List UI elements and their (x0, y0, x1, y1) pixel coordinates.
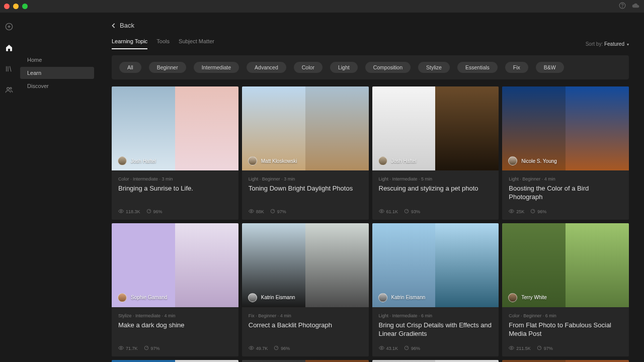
library-nav-button[interactable] (4, 64, 14, 74)
sidebar-item-learn[interactable]: Learn (20, 67, 94, 79)
tab-subject-matter[interactable]: Subject Matter (179, 38, 214, 49)
card-meta: Color · Intermediate · 3 min (118, 176, 232, 182)
card-meta: Light · Intermediate · 6 min (379, 313, 493, 318)
author-row: Matt Kloskowski (248, 156, 297, 165)
filter-chip-stylize[interactable]: Stylize (418, 62, 450, 73)
views-stat: 25K (509, 209, 524, 214)
author-row: Terry White (508, 293, 547, 302)
tutorial-card[interactable]: Katrin EismannFix · Beginner · 4 minCorr… (242, 223, 369, 356)
card-meta: Stylize · Intermediate · 4 min (118, 313, 232, 318)
people-nav-button[interactable] (4, 85, 14, 95)
titlebar (0, 0, 644, 13)
author-name: Katrin Eismann (261, 295, 295, 300)
category-tabs: Learning Topic Tools Subject Matter (112, 38, 214, 49)
svg-point-4 (10, 87, 11, 89)
filter-chip-beginner[interactable]: Beginner (149, 62, 186, 73)
eye-icon (509, 346, 514, 351)
cloud-sync-icon[interactable] (632, 2, 640, 11)
views-stat: 49.7K (249, 346, 268, 351)
eye-icon (249, 346, 254, 351)
eye-icon (509, 209, 514, 214)
card-meta: Color · Beginner · 6 min (509, 313, 622, 318)
filter-chips-bar: AllBeginnerIntermediateAdvancedColorLigh… (112, 55, 629, 79)
author-name: Sophie Gamand (131, 295, 167, 300)
tab-tools[interactable]: Tools (156, 38, 170, 49)
views-stat: 211.5K (509, 346, 531, 351)
tutorial-card[interactable] (242, 360, 369, 362)
filter-chip-b-w[interactable]: B&W (536, 62, 564, 73)
avatar (378, 293, 387, 302)
card-thumbnail: Sophie Gamand (112, 223, 238, 307)
card-meta: Light · Beginner · 4 min (509, 176, 622, 182)
card-thumbnail (372, 360, 499, 362)
tutorial-card[interactable]: Sophie GamandStylize · Intermediate · 4 … (112, 223, 238, 356)
filter-chip-fix[interactable]: Fix (505, 62, 528, 73)
close-window-button[interactable] (4, 4, 10, 9)
author-name: Matt Kloskowski (261, 158, 297, 164)
card-title: Correct a Backlit Photograph (249, 321, 362, 330)
approval-stat: 97% (144, 345, 160, 351)
avatar (248, 293, 257, 302)
author-name: Nicole S. Young (521, 158, 557, 164)
tutorial-card[interactable]: Matt KloskowskiLight · Beginner · 3 minT… (242, 86, 369, 220)
sort-selector[interactable]: Sort by: Featured ▾ (586, 41, 629, 47)
toolrail (0, 13, 18, 362)
back-button[interactable]: Back (112, 22, 629, 29)
filter-chip-advanced[interactable]: Advanced (247, 62, 286, 73)
avatar (118, 293, 127, 302)
filter-chip-composition[interactable]: Composition (365, 62, 411, 73)
avatar (508, 156, 517, 165)
card-title: Bring out Crisp Details with Effects and… (379, 321, 493, 338)
minimize-window-button[interactable] (13, 4, 19, 9)
tab-learning-topic[interactable]: Learning Topic (112, 38, 147, 49)
card-title: Rescuing and stylizing a pet photo (379, 185, 493, 193)
gauge-icon (537, 345, 542, 351)
main-content: Back Learning Topic Tools Subject Matter… (97, 13, 644, 362)
tutorial-card[interactable]: Terry WhiteColor · Beginner · 6 minFrom … (502, 223, 629, 356)
home-nav-button[interactable] (4, 43, 14, 53)
author-name: Katrin Eismann (391, 295, 426, 300)
sidebar-item-home[interactable]: Home (20, 54, 94, 66)
filter-chip-color[interactable]: Color (294, 62, 323, 73)
filter-chip-essentials[interactable]: Essentials (457, 62, 498, 73)
svg-point-1 (622, 7, 623, 7)
sort-prefix: Sort by: (586, 41, 603, 47)
card-thumbnail: Josh Haftel (372, 86, 499, 170)
sidebar-item-discover[interactable]: Discover (20, 80, 94, 92)
add-photos-button[interactable] (4, 22, 14, 32)
filter-chip-intermediate[interactable]: Intermediate (194, 62, 239, 73)
tutorial-card[interactable]: Nicole S. YoungLight · Beginner · 4 minB… (502, 86, 629, 220)
tutorial-card[interactable] (502, 360, 629, 362)
filter-chip-all[interactable]: All (119, 62, 141, 73)
svg-point-9 (381, 210, 382, 212)
help-icon[interactable] (619, 2, 626, 11)
card-thumbnail (112, 360, 238, 362)
card-thumbnail: Katrin Eismann (242, 223, 369, 307)
card-title: Bringing a Sunrise to Life. (118, 185, 232, 193)
svg-point-11 (511, 210, 512, 212)
tutorial-card[interactable] (112, 360, 238, 362)
tutorial-card[interactable] (372, 360, 499, 362)
approval-stat: 97% (537, 345, 553, 351)
card-thumbnail (502, 360, 629, 362)
gauge-icon (274, 345, 279, 351)
eye-icon (118, 209, 124, 214)
tutorial-card[interactable]: Katrin EismannLight · Intermediate · 6 m… (372, 223, 499, 356)
eye-icon (379, 209, 384, 214)
views-stat: 43.1K (379, 346, 398, 351)
card-thumbnail (242, 360, 369, 362)
tutorial-card[interactable]: Josh HaftelColor · Intermediate · 3 minB… (112, 86, 238, 220)
card-meta: Light · Beginner · 3 min (249, 176, 362, 182)
card-thumbnail: Nicole S. Young (502, 86, 629, 170)
card-thumbnail: Katrin Eismann (372, 223, 499, 307)
card-title: Boosting the Color of a Bird Photograph (509, 185, 622, 202)
approval-stat: 93% (404, 209, 420, 215)
eye-icon (118, 346, 124, 351)
avatar (248, 156, 257, 165)
filter-chip-light[interactable]: Light (330, 62, 358, 73)
card-meta: Light · Intermediate · 5 min (379, 176, 493, 182)
tutorial-card[interactable]: Josh HaftelLight · Intermediate · 5 minR… (372, 86, 499, 220)
fullscreen-window-button[interactable] (22, 4, 28, 9)
approval-stat: 96% (146, 209, 163, 215)
sort-value: Featured (604, 41, 624, 47)
